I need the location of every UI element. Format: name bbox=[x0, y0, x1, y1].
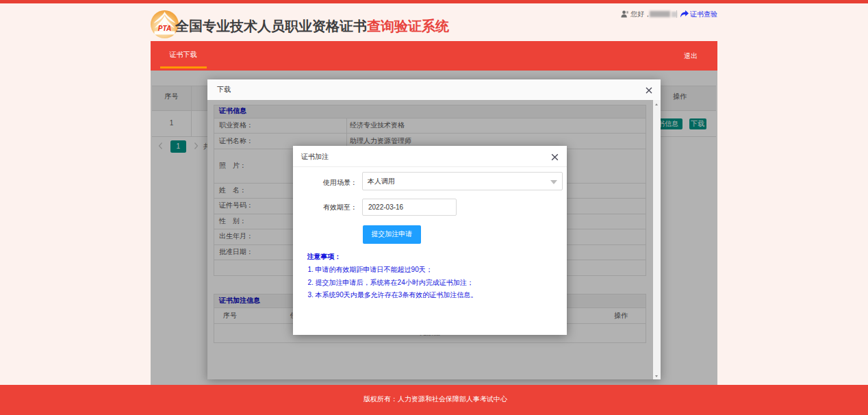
svg-text:PTA: PTA bbox=[158, 25, 171, 32]
